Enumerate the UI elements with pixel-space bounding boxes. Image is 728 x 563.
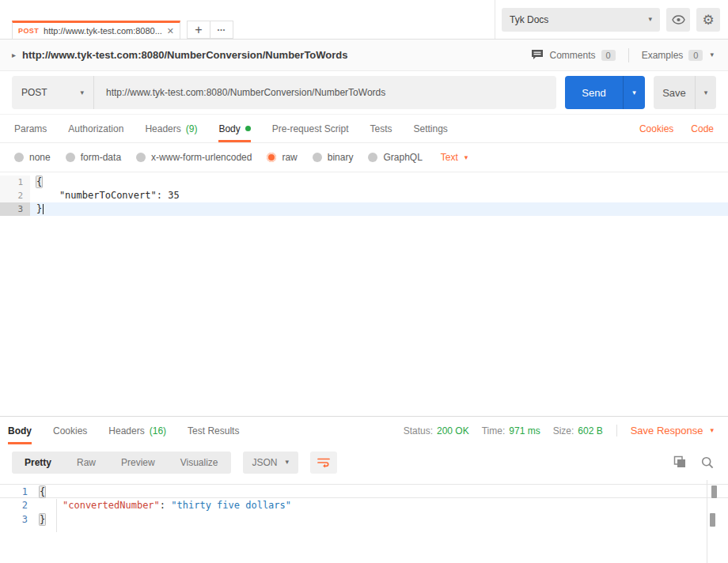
chevron-down-icon: ▾ [286,459,290,466]
raw-type-selector[interactable]: Text ▾ [441,152,468,163]
mode-binary[interactable]: binary [313,152,354,163]
line-number: 2 [0,189,30,202]
matching-brace: { [36,176,42,187]
divider [628,48,629,62]
mode-none[interactable]: none [14,152,51,163]
save-options-button[interactable]: ▾ [695,76,716,109]
method-value: POST [21,87,47,98]
tab-body[interactable]: Body [218,115,250,142]
response-tab-body[interactable]: Body [8,417,32,444]
response-body-editor[interactable]: 1 { 2 "convertedNumber": "thirty five do… [0,480,728,563]
title-actions: Comments 0 Examples 0 ▾ [531,48,714,62]
response-line: 1 { [0,484,728,498]
request-tabs: Params Authorization Headers(9) Body Pre… [0,114,728,143]
editor-text: } [36,203,42,214]
radio-icon [368,153,377,162]
url-input[interactable]: http://www.tyk-test.com:8080/NumberConve… [94,76,556,109]
new-tab-button[interactable]: + [187,21,210,39]
radio-selected-icon [267,153,276,162]
response-tabs: Body Cookies Headers(16) Test Results St… [0,417,728,444]
tab-pre-request-script[interactable]: Pre-request Script [272,115,349,142]
format-value: JSON [252,457,278,468]
eye-icon [672,15,685,25]
tab-strip: POST http://www.tyk-test.com:8080... ✕ +… [0,0,728,40]
request-body-editor[interactable]: 1 { 2 "numberToConvert": 35 3 } [0,172,728,406]
radio-icon [136,153,146,162]
response-section: Body Cookies Headers(16) Test Results St… [0,416,728,563]
disclosure-triangle-icon[interactable]: ▸ [12,51,16,59]
comments-label[interactable]: Comments [550,50,596,61]
environment-name: Tyk Docs [510,14,548,25]
line-number: 3 [0,202,30,216]
spacer [0,406,728,416]
comments-count-badge: 0 [601,50,616,61]
tab-tests[interactable]: Tests [370,115,392,142]
environment-settings-button[interactable]: ⚙ [696,8,720,32]
environment-quick-look-button[interactable] [666,8,690,32]
scrollbar-thumb[interactable] [710,513,715,527]
chevron-down-icon: ▾ [704,89,708,96]
url-group: POST ▾ http://www.tyk-test.com:8080/Numb… [12,76,556,109]
close-icon[interactable]: ✕ [167,27,174,36]
send-button[interactable]: Send [565,76,623,109]
response-tab-test-results[interactable]: Test Results [188,417,239,444]
view-visualize[interactable]: Visualize [168,452,231,474]
tab-links: Cookies Code [639,115,714,142]
method-selector[interactable]: POST ▾ [12,76,94,109]
radio-icon [66,153,75,162]
body-mode-row: none form-data x-www-form-urlencoded raw… [0,143,728,172]
code-link[interactable]: Code [691,123,714,134]
line-number: 1 [0,176,30,189]
status-value: 200 OK [437,425,469,436]
tab-headers[interactable]: Headers(9) [145,115,197,142]
size-label: Size: [553,425,574,436]
line-number: 1 [0,485,40,497]
text-cursor [43,204,44,214]
search-icon[interactable] [701,456,714,469]
send-options-button[interactable]: ▾ [623,76,645,109]
tab-authorization[interactable]: Authorization [68,115,123,142]
json-key: "convertedNumber" [63,500,160,511]
request-tab[interactable]: POST http://www.tyk-test.com:8080... ✕ [12,21,180,39]
size-value: 602 B [578,425,602,436]
examples-count-badge: 0 [688,50,703,61]
radio-icon [14,153,24,162]
response-tab-cookies[interactable]: Cookies [53,417,87,444]
tab-method-label: POST [18,27,39,35]
mode-raw[interactable]: raw [267,152,297,163]
tab-params[interactable]: Params [14,115,47,142]
time-value: 971 ms [509,425,540,436]
comment-icon [531,49,544,61]
environment-selector[interactable]: Tyk Docs ▾ [502,8,660,32]
format-selector[interactable]: JSON ▾ [243,452,299,474]
response-tab-headers[interactable]: Headers(16) [108,417,166,444]
request-builder-row: POST ▾ http://www.tyk-test.com:8080/Numb… [0,71,728,114]
mode-form-data[interactable]: form-data [66,152,121,163]
tab-settings[interactable]: Settings [414,115,448,142]
save-button-group: Save ▾ [654,76,716,109]
send-button-group: Send ▾ [565,76,645,109]
examples-label[interactable]: Examples [642,50,684,61]
request-title-row: ▸ http://www.tyk-test.com:8080/NumberCon… [0,40,728,71]
save-response-button[interactable]: Save Response ▾ [616,425,714,436]
matching-brace: { [40,486,45,497]
more-tabs-button[interactable]: ••• [210,21,233,39]
scrollbar-track [707,480,707,563]
scrollbar-thumb[interactable] [711,486,717,498]
cookies-link[interactable]: Cookies [639,123,673,134]
mode-x-www-form-urlencoded[interactable]: x-www-form-urlencoded [136,152,252,163]
copy-icon[interactable] [673,455,686,469]
chevron-down-icon[interactable]: ▾ [710,51,714,59]
gear-icon: ⚙ [702,12,714,28]
wrap-text-button[interactable] [310,452,337,474]
mode-graphql[interactable]: GraphQL [368,152,422,163]
chevron-down-icon: ▾ [632,89,636,96]
editor-text: "numberToConvert": 35 [30,189,728,202]
editor-line: 2 "numberToConvert": 35 [0,189,728,202]
view-preview[interactable]: Preview [108,452,168,474]
editor-line: 1 { [0,176,728,189]
save-button[interactable]: Save [654,76,695,109]
view-raw[interactable]: Raw [64,452,108,474]
line-number: 2 [0,498,40,512]
view-pretty[interactable]: Pretty [12,452,64,474]
